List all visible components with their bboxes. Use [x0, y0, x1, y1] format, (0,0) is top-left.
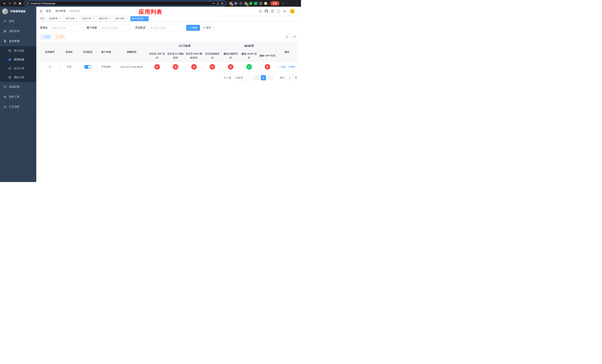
sidebar-subitem-payment-order[interactable]: 支付订单: [0, 64, 36, 73]
prev-page-button[interactable]: ‹: [254, 75, 259, 80]
forward-button[interactable]: [7, 1, 12, 6]
tab-label: 退款订单: [99, 17, 108, 20]
sidebar-item-payment[interactable]: ¥ 支付管理: [0, 36, 36, 46]
status-select[interactable]: [148, 25, 183, 31]
password-key-icon[interactable]: [212, 2, 215, 5]
sidebar-subitem-app-info[interactable]: 应用信息: [0, 55, 36, 64]
extension-icon-1[interactable]: 10: [229, 2, 232, 5]
tab-user-group[interactable]: 用户分组 ×: [64, 16, 80, 21]
dashboard-icon: [3, 20, 7, 23]
box-icon: [3, 95, 7, 98]
sidebar-item-infrastructure[interactable]: 基础设施: [0, 82, 36, 92]
fullscreen-icon-button[interactable]: [276, 9, 281, 13]
goto-input[interactable]: [286, 75, 294, 80]
app-logo[interactable]: 芋道管理系统: [0, 7, 36, 16]
font-size-icon-button[interactable]: TT: [282, 9, 287, 13]
update-button[interactable]: 更新: [270, 1, 280, 6]
tab-close-icon[interactable]: ×: [59, 17, 61, 20]
github-icon-button[interactable]: [264, 9, 269, 13]
page-size-select[interactable]: 10条/页: [233, 75, 252, 80]
goto-unit: 页: [295, 76, 297, 79]
sidebar-item-label: 基础设施: [9, 85, 20, 88]
sidebar-item-dev-tools[interactable]: 研发工具: [0, 92, 36, 102]
tab-close-icon[interactable]: ×: [125, 17, 128, 20]
merchant-name-input[interactable]: [99, 25, 130, 31]
search-button[interactable]: 搜索: [186, 25, 200, 31]
next-page-button[interactable]: ›: [268, 75, 273, 80]
col-app-id: 应用编号: [40, 43, 60, 62]
url-text[interactable]: localhost:1024/pay/app: [31, 2, 211, 5]
status-select-input[interactable]: [148, 25, 183, 31]
col-created: 创建时间: [115, 43, 148, 62]
delete-link[interactable]: 删除: [288, 65, 295, 68]
sidebar-item-system[interactable]: 系统管理: [0, 26, 36, 36]
status-fail-icon: ✕: [210, 64, 215, 70]
edit-link[interactable]: 修改: [279, 65, 286, 68]
question-icon: [271, 10, 274, 13]
status-fail-icon: ✕: [191, 64, 197, 70]
col-operations: 操作: [277, 43, 297, 62]
extension-icon-7[interactable]: [259, 2, 262, 5]
sidebar-item-label: 支付订单: [14, 67, 24, 70]
breadcrumb-item-payment[interactable]: 支付管理: [55, 10, 65, 13]
tab-label: 流程表单: [49, 17, 58, 20]
reset-button[interactable]: 重置: [200, 25, 214, 31]
sidebar-toggle[interactable]: [36, 7, 46, 16]
help-icon-button[interactable]: [270, 9, 275, 13]
main-area: 首页 / 支付管理 / 应用信息: [36, 7, 301, 182]
logo-avatar: [2, 9, 8, 14]
tab-close-icon[interactable]: ×: [144, 17, 147, 20]
reload-button[interactable]: [12, 1, 17, 6]
sidebar-item-workflow[interactable]: 工作流程: [0, 102, 36, 112]
tab-merchant-info[interactable]: 商户信息 ×: [114, 16, 129, 21]
browser-menu-icon[interactable]: [281, 1, 286, 6]
status-fail-icon: ✕: [154, 64, 160, 70]
sidebar-subitem-merchant-info[interactable]: 商户信息: [0, 46, 36, 55]
sidebar-item-home[interactable]: 首页: [0, 16, 36, 26]
bookmark-star-icon[interactable]: [221, 2, 224, 5]
sidebar-item-label: 首页: [9, 20, 14, 23]
page-1-button[interactable]: 1: [261, 75, 266, 80]
col-alipay-app: 支付宝 APP 支付: [148, 50, 166, 62]
app-table: 应用编号 应用名 开启状态 商户名称 创建时间 支付宝配置 微信配置 操作 支付…: [40, 42, 297, 72]
tab-refund-order[interactable]: 退款订单 ×: [97, 16, 113, 21]
export-button[interactable]: 导出: [54, 34, 66, 39]
app-name-input[interactable]: [50, 25, 82, 31]
extension-icon-4[interactable]: 1: [244, 2, 247, 5]
status-switch[interactable]: [84, 65, 91, 69]
home-button[interactable]: [17, 1, 22, 6]
tab-close-icon[interactable]: ×: [109, 17, 111, 20]
extension-icon-5[interactable]: ✓: [249, 2, 252, 5]
group-wechat: 微信配置: [222, 43, 277, 50]
user-avatar[interactable]: [290, 8, 295, 14]
col-alipay-qr: 支付宝扫码支付: [203, 50, 221, 62]
extension-icon-2[interactable]: [234, 2, 237, 5]
address-bar[interactable]: localhost:1024/pay/app: [24, 1, 226, 6]
status-success-icon: ✓: [246, 64, 252, 70]
search-icon-button[interactable]: [258, 9, 263, 13]
briefcase-icon: [3, 105, 7, 108]
search-toggle-button[interactable]: [284, 34, 290, 40]
extension-icon-6[interactable]: [254, 2, 257, 5]
group-alipay: 支付宝配置: [148, 43, 222, 50]
breadcrumb-item-home[interactable]: 首页: [46, 10, 51, 13]
document-icon: [8, 76, 11, 79]
tab-app-info[interactable]: 应用信息 ×: [130, 16, 149, 21]
extension-icon-3[interactable]: [239, 2, 242, 5]
sidebar-item-label: 工作流程: [9, 105, 20, 108]
filter-form: 应用名 商户名称 开启状态 搜索: [40, 25, 297, 31]
tab-process-form[interactable]: 流程表单 ×: [47, 16, 63, 21]
back-button[interactable]: [2, 1, 7, 6]
tab-home[interactable]: 首页: [39, 16, 46, 21]
cell-app-id: 6: [40, 62, 60, 72]
tab-close-icon[interactable]: ×: [75, 17, 78, 20]
share-icon[interactable]: [216, 2, 219, 5]
user-menu[interactable]: [290, 8, 298, 14]
profile-avatar-icon[interactable]: [264, 2, 267, 5]
tab-payment-order[interactable]: 支付订单 ×: [81, 16, 96, 21]
add-button[interactable]: + 新增: [40, 34, 52, 39]
refresh-button[interactable]: [292, 34, 297, 40]
tab-close-icon[interactable]: ×: [92, 17, 95, 20]
site-info-icon[interactable]: [26, 2, 29, 5]
sidebar-subitem-refund-order[interactable]: 退款订单: [0, 73, 36, 82]
